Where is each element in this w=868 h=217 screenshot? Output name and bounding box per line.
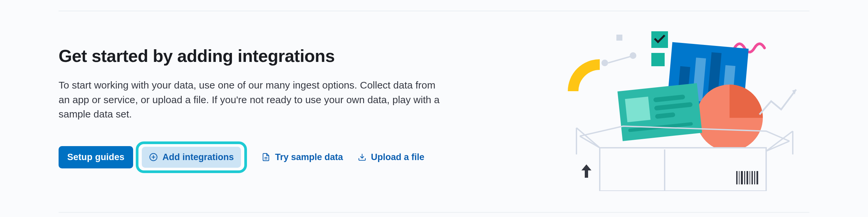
svg-rect-38 xyxy=(749,171,750,184)
upload-file-label: Upload a file xyxy=(371,152,425,162)
svg-rect-37 xyxy=(746,171,748,184)
setup-guides-button[interactable]: Setup guides xyxy=(59,146,133,168)
svg-rect-34 xyxy=(739,171,740,184)
svg-rect-39 xyxy=(751,171,753,184)
panel-description: To start working with your data, use one… xyxy=(59,78,448,122)
svg-rect-8 xyxy=(651,53,664,66)
svg-marker-32 xyxy=(582,164,591,178)
try-sample-data-button[interactable]: Try sample data xyxy=(261,148,343,166)
svg-rect-25 xyxy=(600,148,766,191)
panel-title: Get started by adding integrations xyxy=(59,46,475,66)
highlight-ring: Add integrations xyxy=(136,142,247,173)
svg-point-9 xyxy=(601,60,608,66)
document-icon xyxy=(261,153,270,161)
svg-point-11 xyxy=(630,52,637,59)
add-integrations-label: Add integrations xyxy=(162,152,234,162)
plus-circle-icon xyxy=(149,153,158,161)
upload-file-button[interactable]: Upload a file xyxy=(358,148,425,166)
getting-started-panel: Get started by adding integrations To st… xyxy=(59,11,809,213)
svg-rect-35 xyxy=(741,171,743,184)
action-row: Setup guides Add integrations xyxy=(59,142,475,173)
decorative-illustration xyxy=(533,31,809,191)
download-icon xyxy=(358,153,366,161)
svg-rect-40 xyxy=(754,171,755,184)
svg-rect-33 xyxy=(736,171,738,184)
svg-rect-41 xyxy=(756,171,758,184)
svg-line-10 xyxy=(608,56,631,63)
svg-rect-6 xyxy=(616,35,622,41)
try-sample-data-label: Try sample data xyxy=(275,152,343,162)
svg-rect-36 xyxy=(744,171,745,184)
svg-rect-19 xyxy=(625,96,651,122)
add-integrations-button[interactable]: Add integrations xyxy=(142,147,241,168)
